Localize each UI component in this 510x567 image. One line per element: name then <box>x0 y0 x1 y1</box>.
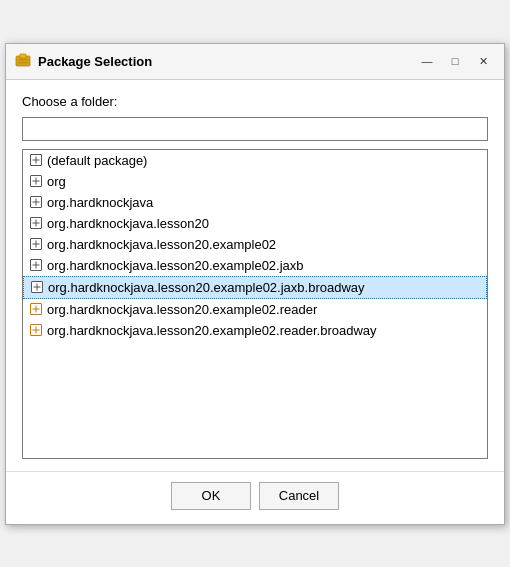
package-name: org.hardknockjava.lesson20.example02 <box>47 237 276 252</box>
list-item[interactable]: org.hardknockjava <box>23 192 487 213</box>
svg-rect-1 <box>20 54 26 58</box>
dialog-icon <box>14 52 32 70</box>
close-button[interactable]: ✕ <box>470 50 496 72</box>
dialog-body: Choose a folder: (default package) org o… <box>6 80 504 471</box>
package-name: org.hardknockjava <box>47 195 153 210</box>
folder-label: Choose a folder: <box>22 94 488 109</box>
svg-rect-3 <box>18 62 28 64</box>
package-expand-icon <box>29 323 43 337</box>
list-item[interactable]: (default package) <box>23 150 487 171</box>
list-item[interactable]: org.hardknockjava.lesson20.example02.rea… <box>23 320 487 341</box>
package-name: org.hardknockjava.lesson20 <box>47 216 209 231</box>
svg-rect-2 <box>18 59 28 61</box>
package-expand-icon <box>29 195 43 209</box>
package-expand-icon <box>29 174 43 188</box>
package-name: org.hardknockjava.lesson20.example02.rea… <box>47 323 377 338</box>
package-expand-icon <box>29 302 43 316</box>
dialog-footer: OK Cancel <box>6 471 504 524</box>
package-name: org.hardknockjava.lesson20.example02.jax… <box>47 258 304 273</box>
package-name: (default package) <box>47 153 147 168</box>
package-name: org.hardknockjava.lesson20.example02.jax… <box>48 280 365 295</box>
list-item[interactable]: org.hardknockjava.lesson20.example02.jax… <box>23 255 487 276</box>
package-expand-icon <box>30 280 44 294</box>
package-list[interactable]: (default package) org org.hardknockjava … <box>22 149 488 459</box>
list-item[interactable]: org.hardknockjava.lesson20.example02.rea… <box>23 299 487 320</box>
package-selection-dialog: Package Selection — □ ✕ Choose a folder:… <box>5 43 505 525</box>
cancel-button[interactable]: Cancel <box>259 482 339 510</box>
package-name: org.hardknockjava.lesson20.example02.rea… <box>47 302 317 317</box>
dialog-title: Package Selection <box>38 54 408 69</box>
title-bar: Package Selection — □ ✕ <box>6 44 504 80</box>
list-item[interactable]: org.hardknockjava.lesson20.example02 <box>23 234 487 255</box>
package-expand-icon <box>29 237 43 251</box>
list-item[interactable]: org <box>23 171 487 192</box>
package-expand-icon <box>29 258 43 272</box>
list-item[interactable]: org.hardknockjava.lesson20.example02.jax… <box>23 276 487 299</box>
package-expand-icon <box>29 216 43 230</box>
list-item[interactable]: org.hardknockjava.lesson20 <box>23 213 487 234</box>
maximize-button[interactable]: □ <box>442 50 468 72</box>
window-controls: — □ ✕ <box>414 50 496 72</box>
minimize-button[interactable]: — <box>414 50 440 72</box>
ok-button[interactable]: OK <box>171 482 251 510</box>
package-name: org <box>47 174 66 189</box>
folder-input[interactable] <box>22 117 488 141</box>
package-expand-icon <box>29 153 43 167</box>
